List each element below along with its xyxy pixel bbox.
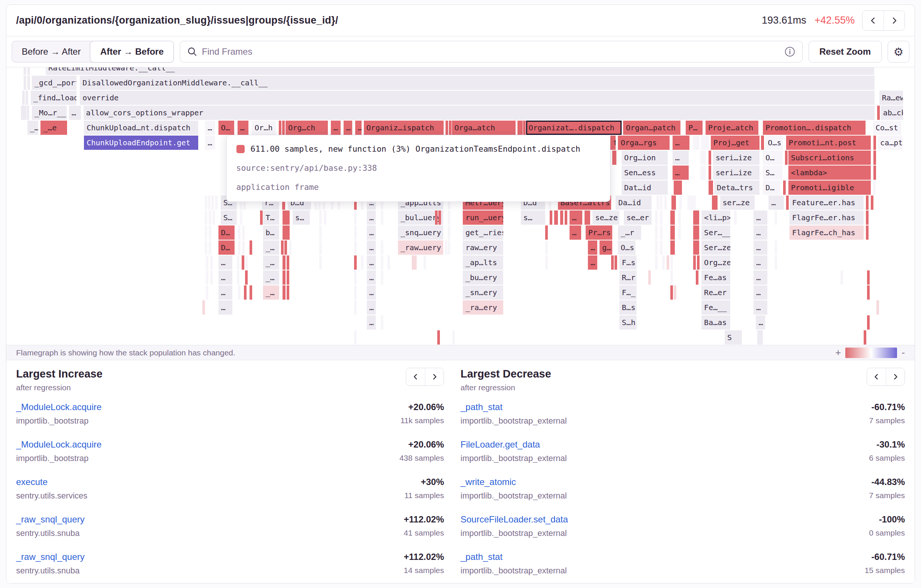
flame-frame[interactable]: … <box>367 270 376 285</box>
flame-frame[interactable] <box>876 300 879 315</box>
flame-frame[interactable] <box>678 226 681 240</box>
flame-frame[interactable]: t <box>610 136 616 150</box>
flame-frame[interactable]: Promotion….dispatch <box>763 120 866 135</box>
flame-frame[interactable] <box>775 240 777 255</box>
after-before-segment[interactable]: After → Before <box>90 41 174 63</box>
flame-frame[interactable] <box>238 226 241 240</box>
flame-frame[interactable]: Organizat….dispatch <box>526 120 622 135</box>
flame-frame[interactable] <box>697 255 700 270</box>
function-link[interactable]: _ModuleLock.acquire <box>16 402 101 413</box>
flame-frame[interactable] <box>245 255 248 270</box>
flame-frame[interactable]: … <box>238 120 249 135</box>
flame-frame[interactable] <box>286 270 289 285</box>
flame-frame[interactable] <box>786 195 789 210</box>
flame-frame[interactable]: _gcd_…port <box>32 76 76 90</box>
flame-frame[interactable] <box>240 211 242 225</box>
flame-frame[interactable] <box>709 166 711 180</box>
flame-frame[interactable] <box>655 226 657 240</box>
flame-frame[interactable]: … <box>753 211 767 225</box>
flame-frame[interactable]: O… <box>763 151 783 165</box>
flame-frame[interactable] <box>212 195 214 210</box>
flame-frame[interactable]: … <box>672 166 689 180</box>
flame-frame[interactable]: Org…ch <box>285 120 328 135</box>
flame-frame[interactable]: _…e <box>41 120 67 135</box>
flame-frame[interactable] <box>242 240 245 255</box>
flame-frame[interactable]: b… <box>263 226 279 240</box>
flame-frame[interactable]: Re…er <box>701 285 730 300</box>
flame-frame[interactable] <box>381 315 383 330</box>
flame-frame[interactable]: … <box>367 255 376 270</box>
flame-frame[interactable] <box>867 270 870 285</box>
flame-frame[interactable]: … <box>753 285 767 300</box>
flame-frame[interactable]: Orga…atch <box>452 120 516 135</box>
flame-frame[interactable]: Organiz…ispatch <box>364 120 444 135</box>
flame-frame[interactable] <box>448 240 451 255</box>
find-frames-searchbox[interactable] <box>180 41 802 63</box>
flame-frame[interactable]: DisallowedOrganizationMiddleware.__call_… <box>80 76 875 90</box>
flame-frame[interactable]: ca…pt <box>877 136 902 150</box>
flame-frame[interactable] <box>283 211 290 225</box>
flame-frame[interactable] <box>660 226 662 240</box>
flame-frame[interactable] <box>435 211 438 225</box>
flame-frame[interactable]: … <box>355 120 361 135</box>
flame-frame[interactable] <box>874 166 876 180</box>
flame-frame[interactable] <box>242 226 245 240</box>
flame-frame[interactable] <box>667 255 669 270</box>
flame-frame[interactable] <box>545 226 548 240</box>
flame-frame[interactable] <box>785 151 788 165</box>
function-link[interactable]: _raw_snql_query <box>16 514 85 525</box>
flame-frame[interactable] <box>381 240 383 255</box>
flame-frame[interactable] <box>452 330 455 344</box>
flame-frame[interactable] <box>205 240 207 255</box>
flame-frame[interactable]: Pr…rs <box>586 226 612 240</box>
flame-frame[interactable]: Fe…as <box>701 270 730 285</box>
flame-frame[interactable]: Organ…patch <box>623 120 680 135</box>
flame-frame[interactable] <box>517 120 520 135</box>
flame-frame[interactable] <box>438 211 441 225</box>
flame-frame[interactable] <box>319 226 322 240</box>
flame-frame[interactable] <box>550 211 552 225</box>
flame-frame[interactable] <box>775 211 777 225</box>
flame-frame[interactable] <box>286 285 289 300</box>
flame-frame[interactable] <box>412 255 416 270</box>
flame-frame[interactable] <box>688 195 696 210</box>
flame-frame[interactable]: … <box>756 315 765 330</box>
flame-frame[interactable] <box>205 226 207 240</box>
flame-frame[interactable]: Or…h <box>252 120 275 135</box>
flame-frame[interactable] <box>664 195 667 210</box>
flame-frame[interactable] <box>249 285 252 300</box>
flame-frame[interactable]: se…ze <box>592 211 619 225</box>
reset-zoom-button[interactable]: Reset Zoom <box>809 41 882 63</box>
flame-frame[interactable]: _… <box>263 240 279 255</box>
flame-frame[interactable] <box>245 270 248 285</box>
flame-frame[interactable]: … <box>672 151 689 165</box>
flame-frame[interactable] <box>660 195 662 210</box>
flame-frame[interactable]: Sen…ess <box>622 166 668 180</box>
flame-frame[interactable] <box>437 330 440 344</box>
flame-frame[interactable] <box>212 211 215 225</box>
before-after-segment[interactable]: Before → After <box>12 41 90 62</box>
flame-frame[interactable] <box>866 195 869 210</box>
flame-frame[interactable] <box>209 211 212 225</box>
flame-frame[interactable]: S…h <box>619 315 636 330</box>
flame-frame[interactable]: FlagrFe…ch_has <box>789 226 864 240</box>
flame-frame[interactable]: Org…ze <box>701 255 730 270</box>
flame-frame[interactable] <box>840 270 843 285</box>
flame-frame[interactable] <box>709 151 711 165</box>
flame-frame[interactable] <box>672 195 676 210</box>
flame-frame[interactable] <box>674 285 676 300</box>
flame-frame[interactable]: ChunkUpload…nt.dispatch <box>84 120 198 135</box>
flame-frame[interactable]: Fe…__ <box>701 300 730 315</box>
flame-frame[interactable] <box>21 106 24 120</box>
flame-frame[interactable]: R…r <box>619 270 636 285</box>
flame-frame[interactable] <box>244 285 247 300</box>
flame-frame[interactable] <box>354 300 357 315</box>
flame-frame[interactable]: … <box>331 120 341 135</box>
flame-frame[interactable]: Proj…get <box>711 136 760 150</box>
flame-frame[interactable]: _…r <box>618 226 641 240</box>
flame-frame[interactable]: Proje…atch <box>706 120 758 135</box>
flame-frame[interactable]: _sn…ery <box>463 285 503 300</box>
flame-frame[interactable]: Subscri…otions <box>788 151 871 165</box>
flame-frame[interactable] <box>693 211 699 225</box>
flame-frame[interactable] <box>656 195 659 210</box>
